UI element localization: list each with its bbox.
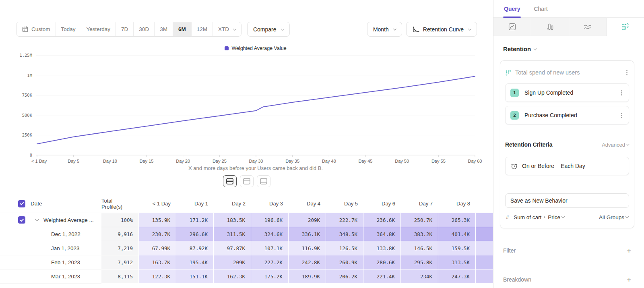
row-label-cell[interactable]: Dec 1, 2022: [0, 227, 101, 241]
chart-view-button[interactable]: [240, 175, 254, 187]
kebab-menu-icon[interactable]: [626, 72, 627, 73]
retention-report-button[interactable]: [607, 18, 644, 36]
retention-value-cell[interactable]: 227.2K: [251, 255, 289, 269]
split-view-button[interactable]: [223, 175, 237, 187]
retention-value-cell[interactable]: 195.4K: [176, 255, 214, 269]
add-breakdown-button[interactable]: +: [627, 276, 631, 284]
retention-value-cell[interactable]: 311.5K: [214, 227, 251, 241]
header-day-2[interactable]: Day 2: [214, 201, 251, 207]
header-day-5[interactable]: Day 5: [326, 201, 363, 207]
add-filter-button[interactable]: +: [627, 247, 631, 255]
retention-value-cell[interactable]: 135.9K: [139, 213, 176, 227]
compare-button[interactable]: Compare: [247, 22, 290, 37]
row-expander-icon[interactable]: [35, 218, 39, 221]
range-30d[interactable]: 30D: [133, 22, 154, 36]
retention-value-cell[interactable]: 163.7K: [139, 255, 176, 269]
retention-value-cell[interactable]: 171.2K: [176, 213, 214, 227]
row-checkbox[interactable]: [18, 216, 25, 224]
retention-value-cell[interactable]: 87.92K: [176, 241, 214, 255]
chart-legend[interactable]: Weighted Average Value: [36, 46, 475, 51]
retention-value-cell[interactable]: 196.6K: [251, 213, 289, 227]
retention-value-cell[interactable]: 133.8K: [363, 241, 401, 255]
row-label-cell[interactable]: Feb 1, 2023: [0, 255, 101, 269]
kebab-menu-icon[interactable]: [621, 115, 622, 116]
retention-value-cell[interactable]: 159.5K: [438, 241, 476, 255]
range-xtd[interactable]: XTD: [213, 22, 241, 36]
tab-query[interactable]: Query: [504, 0, 520, 18]
retention-value-cell[interactable]: 383.2K: [401, 227, 438, 241]
retention-value-cell[interactable]: 175.2K: [251, 269, 289, 284]
header-day-8[interactable]: Day 8: [438, 201, 476, 207]
event-row-purchase-completed[interactable]: 2Purchase Completed: [505, 106, 629, 124]
retention-value-cell[interactable]: 336.1K: [289, 227, 326, 241]
retention-value-cell[interactable]: 107.1K: [251, 241, 289, 255]
retention-value-cell[interactable]: 324.6K: [251, 227, 289, 241]
retention-value-cell[interactable]: 162.3K: [214, 269, 251, 284]
retention-value-cell[interactable]: 151.1K: [176, 269, 214, 284]
measure-row[interactable]: # Sum of cart Price All Groups: [505, 211, 629, 223]
range-6m[interactable]: 6M: [173, 22, 191, 36]
retention-value-cell[interactable]: 260.9K: [326, 255, 363, 269]
retention-value-cell[interactable]: 348.5K: [326, 227, 363, 241]
retention-value-cell[interactable]: 265.3K: [438, 213, 476, 227]
retention-value-cell[interactable]: 67.99K: [139, 241, 176, 255]
flows-report-button[interactable]: [569, 18, 607, 36]
header-day-1[interactable]: Day 1: [176, 201, 214, 207]
retention-value-cell[interactable]: 364.8K: [363, 227, 401, 241]
header-day-4[interactable]: Day 4: [289, 201, 326, 207]
retention-value-cell[interactable]: 295.8K: [401, 255, 438, 269]
range-today[interactable]: Today: [56, 22, 81, 36]
retention-value-cell[interactable]: 401.4K: [438, 227, 476, 241]
criteria-mode-select[interactable]: Advanced: [602, 142, 629, 148]
retention-value-cell[interactable]: 236.6K: [363, 213, 401, 227]
behavior-title-row[interactable]: Total spend of new users: [505, 66, 629, 79]
retention-value-cell[interactable]: 183.5K: [214, 213, 251, 227]
retention-value-cell[interactable]: 222.7K: [326, 213, 363, 227]
retention-value-cell[interactable]: 313.5K: [438, 255, 476, 269]
retention-value-cell[interactable]: 116.9K: [289, 241, 326, 255]
row-label-cell[interactable]: Mar 1, 2023: [0, 269, 101, 284]
range-7d[interactable]: 7D: [116, 22, 133, 36]
range-3m[interactable]: 3M: [154, 22, 173, 36]
header-total-profile-s-[interactable]: Total Profile(s): [101, 198, 139, 210]
header-day-6[interactable]: Day 6: [363, 201, 401, 207]
retention-value-cell[interactable]: 296.6K: [176, 227, 214, 241]
range-yesterday[interactable]: Yesterday: [81, 22, 116, 36]
retention-value-cell[interactable]: 209K: [214, 255, 251, 269]
funnels-report-button[interactable]: [531, 18, 569, 36]
criteria-card[interactable]: On or Before Each Day: [505, 157, 629, 175]
row-label-cell[interactable]: Jan 1, 2023: [0, 241, 101, 255]
kebab-menu-icon[interactable]: [621, 92, 622, 93]
retention-value-cell[interactable]: 280.6K: [363, 255, 401, 269]
tab-chart[interactable]: Chart: [534, 0, 547, 18]
retention-value-cell[interactable]: 126.5K: [326, 241, 363, 255]
retention-section-header[interactable]: Retention: [503, 46, 634, 52]
retention-value-cell[interactable]: 189.9K: [289, 269, 326, 284]
retention-value-cell[interactable]: 122.3K: [139, 269, 176, 284]
header--1-day[interactable]: < 1 Day: [139, 201, 176, 207]
header-day-7[interactable]: Day 7: [401, 201, 438, 207]
range-custom[interactable]: Custom: [17, 22, 56, 36]
retention-value-cell[interactable]: 146.5K: [401, 241, 438, 255]
retention-value-cell[interactable]: 209K: [289, 213, 326, 227]
retention-value-cell[interactable]: 230.7K: [139, 227, 176, 241]
retention-value-cell[interactable]: 221.4K: [363, 269, 401, 284]
chart-type-select[interactable]: Retention Curve: [406, 22, 477, 37]
retention-value-cell[interactable]: 234K: [401, 269, 438, 284]
group-select[interactable]: All Groups: [599, 214, 628, 220]
granularity-select[interactable]: Month: [367, 22, 402, 37]
insights-report-button[interactable]: [493, 18, 531, 36]
retention-value-cell[interactable]: 97.87K: [214, 241, 251, 255]
row-checkbox[interactable]: [18, 200, 25, 207]
row-label-cell[interactable]: Weighted Average ...: [0, 213, 101, 227]
retention-value-cell[interactable]: 250.7K: [401, 213, 438, 227]
retention-value-cell[interactable]: 247.3K: [438, 269, 476, 284]
save-as-new-behavior-button[interactable]: Save as New Behavior: [505, 193, 629, 208]
range-12m[interactable]: 12M: [191, 22, 213, 36]
retention-value-cell[interactable]: 242.8K: [289, 255, 326, 269]
line-chart-canvas[interactable]: 1.25M1M750K500K250K0< 1 DayDay 5Day 10Da…: [0, 46, 493, 171]
event-row-sign-up-completed[interactable]: 1Sign Up Completed: [505, 83, 629, 102]
header-day-3[interactable]: Day 3: [251, 201, 289, 207]
retention-value-cell[interactable]: 206.2K: [326, 269, 363, 284]
table-view-button[interactable]: [257, 175, 270, 187]
